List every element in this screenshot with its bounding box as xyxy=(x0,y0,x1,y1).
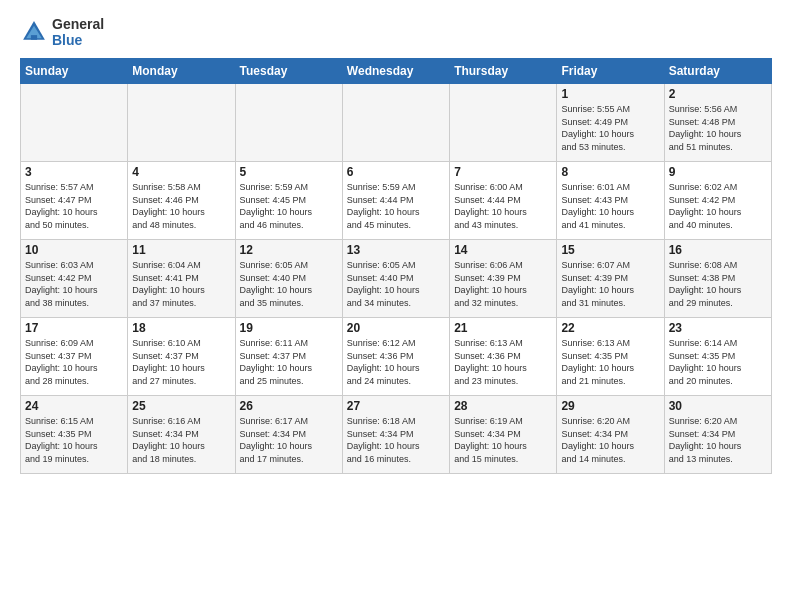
cell-content: Sunrise: 6:19 AM Sunset: 4:34 PM Dayligh… xyxy=(454,415,552,465)
cell-content: Sunrise: 6:06 AM Sunset: 4:39 PM Dayligh… xyxy=(454,259,552,309)
day-number: 27 xyxy=(347,399,445,413)
cell-content: Sunrise: 6:17 AM Sunset: 4:34 PM Dayligh… xyxy=(240,415,338,465)
day-number: 2 xyxy=(669,87,767,101)
cell-content: Sunrise: 5:57 AM Sunset: 4:47 PM Dayligh… xyxy=(25,181,123,231)
day-number: 8 xyxy=(561,165,659,179)
day-number: 29 xyxy=(561,399,659,413)
cell-content: Sunrise: 6:12 AM Sunset: 4:36 PM Dayligh… xyxy=(347,337,445,387)
cell-content: Sunrise: 6:00 AM Sunset: 4:44 PM Dayligh… xyxy=(454,181,552,231)
svg-rect-2 xyxy=(31,35,37,40)
calendar-cell: 14Sunrise: 6:06 AM Sunset: 4:39 PM Dayli… xyxy=(450,240,557,318)
calendar-cell: 9Sunrise: 6:02 AM Sunset: 4:42 PM Daylig… xyxy=(664,162,771,240)
day-number: 18 xyxy=(132,321,230,335)
calendar-cell: 29Sunrise: 6:20 AM Sunset: 4:34 PM Dayli… xyxy=(557,396,664,474)
cell-content: Sunrise: 6:04 AM Sunset: 4:41 PM Dayligh… xyxy=(132,259,230,309)
day-number: 22 xyxy=(561,321,659,335)
calendar-cell: 30Sunrise: 6:20 AM Sunset: 4:34 PM Dayli… xyxy=(664,396,771,474)
week-row-2: 10Sunrise: 6:03 AM Sunset: 4:42 PM Dayli… xyxy=(21,240,772,318)
header-monday: Monday xyxy=(128,59,235,84)
calendar-cell: 5Sunrise: 5:59 AM Sunset: 4:45 PM Daylig… xyxy=(235,162,342,240)
day-number: 15 xyxy=(561,243,659,257)
calendar-cell: 8Sunrise: 6:01 AM Sunset: 4:43 PM Daylig… xyxy=(557,162,664,240)
calendar-cell: 22Sunrise: 6:13 AM Sunset: 4:35 PM Dayli… xyxy=(557,318,664,396)
cell-content: Sunrise: 5:58 AM Sunset: 4:46 PM Dayligh… xyxy=(132,181,230,231)
calendar-cell: 3Sunrise: 5:57 AM Sunset: 4:47 PM Daylig… xyxy=(21,162,128,240)
cell-content: Sunrise: 5:56 AM Sunset: 4:48 PM Dayligh… xyxy=(669,103,767,153)
day-number: 24 xyxy=(25,399,123,413)
day-number: 21 xyxy=(454,321,552,335)
calendar-cell: 24Sunrise: 6:15 AM Sunset: 4:35 PM Dayli… xyxy=(21,396,128,474)
day-number: 6 xyxy=(347,165,445,179)
day-number: 9 xyxy=(669,165,767,179)
calendar-cell xyxy=(235,84,342,162)
header-sunday: Sunday xyxy=(21,59,128,84)
calendar-cell xyxy=(342,84,449,162)
day-number: 10 xyxy=(25,243,123,257)
day-number: 13 xyxy=(347,243,445,257)
cell-content: Sunrise: 6:20 AM Sunset: 4:34 PM Dayligh… xyxy=(561,415,659,465)
week-row-1: 3Sunrise: 5:57 AM Sunset: 4:47 PM Daylig… xyxy=(21,162,772,240)
calendar-cell: 2Sunrise: 5:56 AM Sunset: 4:48 PM Daylig… xyxy=(664,84,771,162)
header-saturday: Saturday xyxy=(664,59,771,84)
cell-content: Sunrise: 5:59 AM Sunset: 4:45 PM Dayligh… xyxy=(240,181,338,231)
cell-content: Sunrise: 6:02 AM Sunset: 4:42 PM Dayligh… xyxy=(669,181,767,231)
week-row-4: 24Sunrise: 6:15 AM Sunset: 4:35 PM Dayli… xyxy=(21,396,772,474)
calendar-table: SundayMondayTuesdayWednesdayThursdayFrid… xyxy=(20,58,772,474)
day-number: 23 xyxy=(669,321,767,335)
calendar-cell: 12Sunrise: 6:05 AM Sunset: 4:40 PM Dayli… xyxy=(235,240,342,318)
calendar-cell: 6Sunrise: 5:59 AM Sunset: 4:44 PM Daylig… xyxy=(342,162,449,240)
week-row-0: 1Sunrise: 5:55 AM Sunset: 4:49 PM Daylig… xyxy=(21,84,772,162)
day-number: 3 xyxy=(25,165,123,179)
day-number: 26 xyxy=(240,399,338,413)
day-number: 16 xyxy=(669,243,767,257)
calendar-cell: 27Sunrise: 6:18 AM Sunset: 4:34 PM Dayli… xyxy=(342,396,449,474)
day-number: 7 xyxy=(454,165,552,179)
calendar-cell xyxy=(21,84,128,162)
day-number: 19 xyxy=(240,321,338,335)
calendar-cell: 16Sunrise: 6:08 AM Sunset: 4:38 PM Dayli… xyxy=(664,240,771,318)
calendar-cell xyxy=(450,84,557,162)
cell-content: Sunrise: 6:15 AM Sunset: 4:35 PM Dayligh… xyxy=(25,415,123,465)
cell-content: Sunrise: 6:08 AM Sunset: 4:38 PM Dayligh… xyxy=(669,259,767,309)
day-number: 12 xyxy=(240,243,338,257)
cell-content: Sunrise: 6:07 AM Sunset: 4:39 PM Dayligh… xyxy=(561,259,659,309)
cell-content: Sunrise: 6:11 AM Sunset: 4:37 PM Dayligh… xyxy=(240,337,338,387)
header-tuesday: Tuesday xyxy=(235,59,342,84)
day-number: 17 xyxy=(25,321,123,335)
calendar-cell: 21Sunrise: 6:13 AM Sunset: 4:36 PM Dayli… xyxy=(450,318,557,396)
calendar-cell: 15Sunrise: 6:07 AM Sunset: 4:39 PM Dayli… xyxy=(557,240,664,318)
calendar-cell: 28Sunrise: 6:19 AM Sunset: 4:34 PM Dayli… xyxy=(450,396,557,474)
calendar-cell: 26Sunrise: 6:17 AM Sunset: 4:34 PM Dayli… xyxy=(235,396,342,474)
calendar-cell: 10Sunrise: 6:03 AM Sunset: 4:42 PM Dayli… xyxy=(21,240,128,318)
calendar-cell: 1Sunrise: 5:55 AM Sunset: 4:49 PM Daylig… xyxy=(557,84,664,162)
header-wednesday: Wednesday xyxy=(342,59,449,84)
cell-content: Sunrise: 6:10 AM Sunset: 4:37 PM Dayligh… xyxy=(132,337,230,387)
header-row: SundayMondayTuesdayWednesdayThursdayFrid… xyxy=(21,59,772,84)
calendar-cell: 4Sunrise: 5:58 AM Sunset: 4:46 PM Daylig… xyxy=(128,162,235,240)
day-number: 28 xyxy=(454,399,552,413)
week-row-3: 17Sunrise: 6:09 AM Sunset: 4:37 PM Dayli… xyxy=(21,318,772,396)
calendar-cell: 13Sunrise: 6:05 AM Sunset: 4:40 PM Dayli… xyxy=(342,240,449,318)
calendar-cell: 25Sunrise: 6:16 AM Sunset: 4:34 PM Dayli… xyxy=(128,396,235,474)
cell-content: Sunrise: 6:18 AM Sunset: 4:34 PM Dayligh… xyxy=(347,415,445,465)
calendar-cell: 19Sunrise: 6:11 AM Sunset: 4:37 PM Dayli… xyxy=(235,318,342,396)
day-number: 1 xyxy=(561,87,659,101)
page: General Blue SundayMondayTuesdayWednesda… xyxy=(0,0,792,612)
calendar-cell: 23Sunrise: 6:14 AM Sunset: 4:35 PM Dayli… xyxy=(664,318,771,396)
logo-icon xyxy=(20,18,48,46)
logo-text: General Blue xyxy=(52,16,104,48)
cell-content: Sunrise: 6:14 AM Sunset: 4:35 PM Dayligh… xyxy=(669,337,767,387)
day-number: 30 xyxy=(669,399,767,413)
day-number: 25 xyxy=(132,399,230,413)
cell-content: Sunrise: 6:05 AM Sunset: 4:40 PM Dayligh… xyxy=(347,259,445,309)
calendar-cell: 17Sunrise: 6:09 AM Sunset: 4:37 PM Dayli… xyxy=(21,318,128,396)
cell-content: Sunrise: 5:55 AM Sunset: 4:49 PM Dayligh… xyxy=(561,103,659,153)
calendar-cell: 18Sunrise: 6:10 AM Sunset: 4:37 PM Dayli… xyxy=(128,318,235,396)
logo: General Blue xyxy=(20,16,104,48)
calendar-cell: 11Sunrise: 6:04 AM Sunset: 4:41 PM Dayli… xyxy=(128,240,235,318)
day-number: 11 xyxy=(132,243,230,257)
calendar-cell: 20Sunrise: 6:12 AM Sunset: 4:36 PM Dayli… xyxy=(342,318,449,396)
cell-content: Sunrise: 6:20 AM Sunset: 4:34 PM Dayligh… xyxy=(669,415,767,465)
header-thursday: Thursday xyxy=(450,59,557,84)
cell-content: Sunrise: 6:03 AM Sunset: 4:42 PM Dayligh… xyxy=(25,259,123,309)
